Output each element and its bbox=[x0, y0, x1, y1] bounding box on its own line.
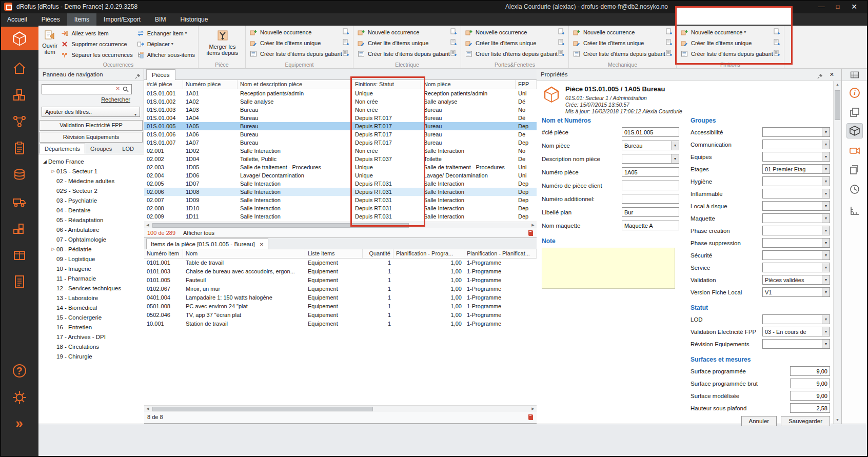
ribbon-button-mechanique-creer-liste-d-items-depuis-gabarit[interactable]: Créer liste d'items depuis gabarit bbox=[571, 49, 666, 58]
nav-tab-lod[interactable]: LOD bbox=[117, 144, 139, 154]
add-to-list-icon[interactable] bbox=[666, 39, 674, 47]
module-buildings[interactable] bbox=[0, 56, 38, 80]
add-to-list-icon[interactable] bbox=[666, 28, 674, 36]
tree-item-17-archives-dpi[interactable]: 17 - Archives - DPI bbox=[38, 332, 144, 342]
ribbon-button-allez-vers-item[interactable]: Allez vers Item bbox=[59, 28, 134, 38]
close-button[interactable]: ✕ bbox=[846, 0, 862, 13]
info-panel-button[interactable]: i bbox=[846, 85, 863, 101]
column-header-nom-piece[interactable]: Nom pièce bbox=[421, 80, 516, 89]
scrollbar-thumb[interactable] bbox=[152, 223, 409, 228]
module-finance[interactable] bbox=[0, 163, 38, 187]
items-hscrollbar[interactable]: ◀ ▶ bbox=[144, 405, 537, 412]
ribbon-button-equipement-nouvelle-occurrence[interactable]: Nouvelle occurrence bbox=[248, 27, 343, 37]
tree-collapsed-icon[interactable]: ▷ bbox=[50, 247, 56, 251]
surface-programmee-brut-input[interactable] bbox=[790, 379, 830, 388]
revision-equipements-button[interactable]: Révision Equipements bbox=[40, 132, 143, 143]
ribbon-button-supprimer-occurrence[interactable]: Supprimer occurrence bbox=[59, 39, 134, 49]
surface-modelisee-input[interactable] bbox=[790, 391, 830, 401]
tree-item-09-logistique[interactable]: 09 - Logistique bbox=[38, 254, 144, 264]
properties-vscrollbar[interactable]: ▲ ▼ bbox=[833, 81, 841, 424]
piece-row-01s-01-002[interactable]: 01S.01.0021A02Salle analyseNon créeSalle… bbox=[144, 97, 537, 106]
show-all-link[interactable]: Afficher tous bbox=[183, 228, 214, 237]
module-packages[interactable] bbox=[0, 243, 38, 267]
ribbon-button-deplacer[interactable]: Déplacer▾ bbox=[135, 39, 197, 49]
expand-sidebar-button[interactable]: » bbox=[0, 411, 38, 435]
column-header-fpp[interactable]: FPP bbox=[516, 80, 537, 89]
nav-tab-groupes[interactable]: Groupes bbox=[85, 144, 117, 154]
documents-panel-button[interactable] bbox=[846, 162, 863, 177]
version-fiche-local-select[interactable]: V1▾ bbox=[762, 287, 830, 297]
cle-piece-input[interactable] bbox=[622, 127, 679, 137]
add-to-list-icon[interactable] bbox=[450, 39, 459, 47]
ribbon-button-equipement-creer-liste-d-items-depuis-gabarit[interactable]: Créer liste d'items depuis gabarit bbox=[248, 49, 343, 58]
ribbon-button-portes-fenetres-creer-lite-d-items-unique[interactable]: Créer lite d'items unique bbox=[463, 38, 558, 48]
etages-select[interactable]: 01 Premier Etag▾ bbox=[762, 164, 830, 174]
pin-icon[interactable] bbox=[135, 71, 141, 83]
module-documents[interactable] bbox=[0, 136, 38, 160]
tree-item-08-pediatrie[interactable]: ▷08 - Pédiatrie bbox=[38, 244, 144, 254]
communication-select[interactable]: ▾ bbox=[762, 140, 830, 149]
ribbon-button-electrique-creer-lite-d-items-unique[interactable]: Créer lite d'items unique bbox=[356, 38, 450, 48]
nav-tab-departements[interactable]: Départements bbox=[40, 144, 85, 154]
menu-tab-accueil[interactable]: Accueil bbox=[0, 13, 34, 26]
add-to-list-icon[interactable] bbox=[450, 50, 459, 57]
settings-button[interactable] bbox=[0, 386, 38, 409]
search-link[interactable]: Rechercher bbox=[101, 96, 130, 103]
tree-item-02s-secteur-2[interactable]: 02S - Secteur 2 bbox=[38, 186, 144, 195]
tree-root-demo-france[interactable]: ◢Demo France bbox=[38, 156, 144, 166]
column-header-nom-et-description-piece[interactable]: Nom et description pièce bbox=[238, 80, 352, 89]
ribbon-button-electrique-creer-liste-d-items-depuis-gabarit[interactable]: Créer liste d'items depuis gabarit bbox=[356, 49, 450, 58]
ribbon-button-mechanique-nouvelle-occurrence[interactable]: Nouvelle occurrence bbox=[571, 27, 666, 37]
tree-item-05-readaptation[interactable]: 05 - Réadaptation bbox=[38, 215, 144, 225]
measure-panel-button[interactable] bbox=[846, 203, 863, 218]
tree-expanded-icon[interactable]: ◢ bbox=[42, 159, 48, 164]
module-reports[interactable] bbox=[0, 270, 38, 293]
camera-panel-button[interactable] bbox=[846, 143, 863, 158]
search-input[interactable] bbox=[43, 85, 110, 93]
module-systems[interactable] bbox=[0, 110, 38, 133]
tree-item-06-ambulatoire[interactable]: 06 - Ambulatoire bbox=[38, 225, 144, 234]
tab-items-de-la-piece[interactable]: Items de la pièce [01S.01.005 - Bureau]✕ bbox=[146, 239, 268, 249]
item-row-0101-003[interactable]: 0101.003Chaise de bureau avec accoudoirs… bbox=[144, 267, 537, 276]
tree-item-04-dentaire[interactable]: 04 - Dentaire bbox=[38, 205, 144, 215]
pieces-hscrollbar[interactable]: ◀ ▶ bbox=[144, 222, 537, 228]
menu-tab-bim[interactable]: BIM bbox=[148, 13, 173, 26]
phase-suppression-select[interactable]: ▾ bbox=[762, 238, 830, 248]
column-header-quantite[interactable]: Quantité bbox=[363, 249, 393, 258]
local-a-risque-select[interactable]: ▾ bbox=[762, 201, 830, 211]
tree-item-10-imagerie[interactable]: 10 - Imagerie bbox=[38, 264, 144, 273]
module-items[interactable] bbox=[0, 83, 38, 107]
add-to-list-icon[interactable] bbox=[343, 28, 351, 36]
item-row-10-001[interactable]: 10.001Station de travailEquipement11,001… bbox=[144, 320, 537, 328]
menu-tab-import-export[interactable]: Import/Export bbox=[96, 13, 148, 26]
piece-row-01s-01-001[interactable]: 01S.01.0011A01Reception patients/adminUn… bbox=[144, 89, 537, 97]
ribbon-button-afficher-sous-items[interactable]: Afficher sous-items bbox=[135, 50, 197, 59]
item-row-0102-067[interactable]: 0102.067Miroir, un murEquipement11,001-P… bbox=[144, 285, 537, 293]
add-to-list-icon[interactable] bbox=[666, 50, 674, 57]
close-icon[interactable]: ✕ bbox=[830, 69, 834, 81]
module-logistics[interactable] bbox=[0, 190, 38, 213]
inflammable-select[interactable]: ▾ bbox=[762, 189, 830, 198]
nom-piece-select[interactable]: Bureau▾ bbox=[622, 141, 679, 150]
note-textarea[interactable] bbox=[542, 248, 675, 289]
service-select[interactable]: ▾ bbox=[762, 263, 830, 272]
item-row-0101-005[interactable]: 0101.005FauteuilEquipement11,001-Program… bbox=[144, 276, 537, 285]
search-icon[interactable] bbox=[123, 86, 129, 94]
add-to-list-icon[interactable] bbox=[343, 39, 351, 47]
item-row-0502-046[interactable]: 0502.046TV, app 37 "écran platEquipement… bbox=[144, 311, 537, 320]
tree-item-11-pharmacie[interactable]: 11 - Pharmacie bbox=[38, 273, 144, 283]
lod-select[interactable]: ▾ bbox=[762, 314, 830, 324]
add-to-list-icon[interactable] bbox=[558, 39, 566, 47]
tree-item-18-circulations[interactable]: 18 - Circulations bbox=[38, 342, 144, 351]
tree-collapsed-icon[interactable]: ▷ bbox=[50, 169, 56, 173]
ribbon-button-mechanique-creer-lite-d-items-unique[interactable]: Créer lite d'items unique bbox=[571, 38, 666, 48]
scroll-left-icon[interactable]: ◀ bbox=[144, 406, 151, 412]
equipes-select[interactable]: ▾ bbox=[762, 152, 830, 162]
ribbon-button-echanger-item[interactable]: Echanger item▾ bbox=[135, 28, 197, 38]
ribbon-button-finitions-nouvelle-occurrence[interactable]: Nouvelle occurrence▾ bbox=[679, 27, 774, 37]
module-rooms-active[interactable] bbox=[0, 27, 38, 50]
piece-row-02-008[interactable]: 02.0081D10Salle InteractionDepuis RT.031… bbox=[144, 204, 537, 212]
piece-row-02-009[interactable]: 02.0091D11Salle InteractionDepuis RT.031… bbox=[144, 212, 537, 221]
save-button[interactable]: Sauvegarder bbox=[781, 416, 830, 426]
open-item-button[interactable]: Ouvrir item bbox=[41, 27, 59, 61]
